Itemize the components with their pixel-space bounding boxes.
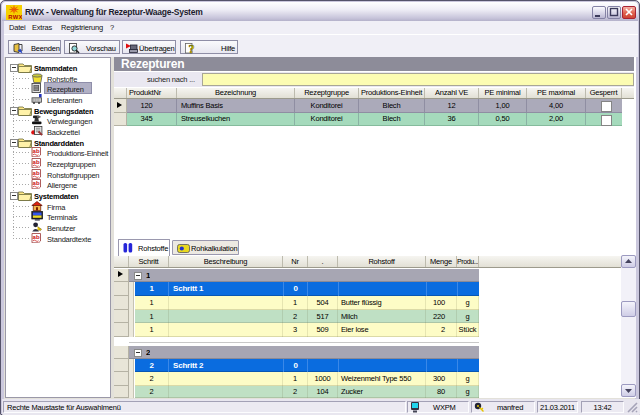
svg-text:ab: ab: [33, 170, 40, 176]
svg-text:RWX: RWX: [8, 14, 22, 20]
svg-text:ab: ab: [33, 148, 40, 154]
svg-text:ab: ab: [33, 234, 40, 240]
svg-text:ab: ab: [33, 159, 40, 165]
svg-text:?: ?: [189, 42, 195, 55]
svg-text:ab: ab: [33, 180, 40, 186]
